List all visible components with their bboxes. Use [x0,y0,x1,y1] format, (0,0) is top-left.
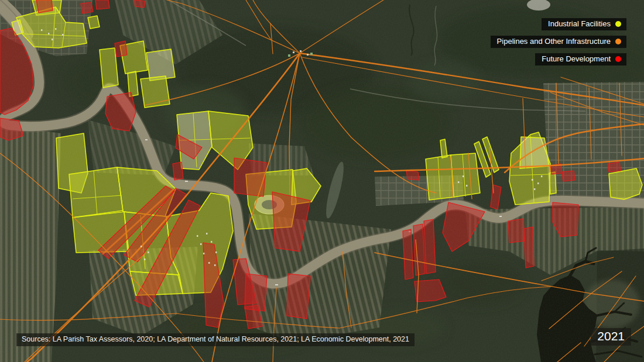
sources-attribution: Sources: LA Parish Tax Assessors, 2020; … [16,333,415,346]
legend-item-industrial-facilities: Industrial Facilities [542,18,626,30]
year-badge: 2021 [591,328,631,346]
legend-label: Pipelines and Other Infrastructure [497,37,611,46]
map-legend: Industrial Facilities Pipelines and Othe… [491,18,626,65]
industrial-facilities-dot-icon [615,21,621,27]
legend-label: Industrial Facilities [548,19,611,29]
legend-item-future-development: Future Development [535,53,626,65]
legend-label: Future Development [542,54,611,64]
legend-item-pipelines: Pipelines and Other Infrastructure [491,36,626,48]
pipelines-dot-icon [615,39,621,44]
future-development-dot-icon [615,56,621,62]
map-canvas[interactable]: Industrial Facilities Pipelines and Othe… [0,0,644,362]
